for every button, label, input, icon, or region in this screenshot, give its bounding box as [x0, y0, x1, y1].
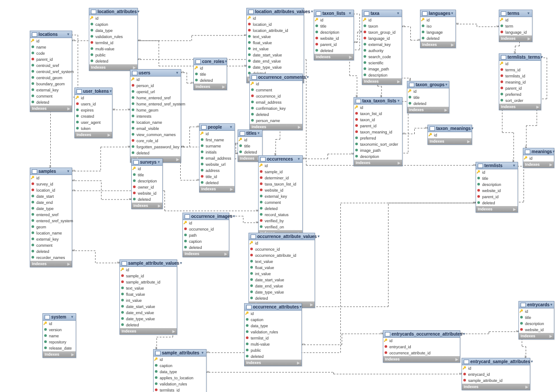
column-title-id[interactable]: title_id: [200, 174, 234, 180]
column-deleted[interactable]: deleted: [249, 295, 315, 301]
column-address[interactable]: address: [200, 168, 234, 174]
table-header[interactable]: taxon_groups▼: [407, 81, 449, 88]
column-search-code[interactable]: search_code: [362, 54, 402, 60]
column-determiner-id[interactable]: determiner_id: [259, 175, 302, 181]
column-deleted[interactable]: deleted: [245, 354, 301, 360]
column-location-attribute-id[interactable]: location_attribute_id: [247, 28, 304, 34]
expand-icon[interactable]: ▶: [172, 329, 175, 333]
column-survey-id[interactable]: survey_id: [30, 181, 72, 187]
column-entered-sref-system[interactable]: entered_sref_system: [30, 218, 72, 224]
column-date-start[interactable]: date_start: [30, 193, 72, 200]
collapse-icon[interactable]: ▼: [530, 360, 534, 364]
table-header[interactable]: users▼: [130, 70, 181, 77]
table-header[interactable]: taxa▼: [362, 10, 402, 17]
column-data-type[interactable]: data_type: [89, 28, 137, 34]
column-taxon-id[interactable]: taxon_id: [354, 117, 402, 123]
table-header[interactable]: termlists_terms▼: [499, 54, 541, 61]
column-website-id[interactable]: website_id: [132, 190, 162, 196]
table-user_tokens[interactable]: user_tokens▼idusers_idexpirescreateduser…: [74, 88, 112, 138]
table-surveys[interactable]: surveys▼idtitledescriptionowner_idwebsit…: [131, 158, 163, 209]
column-sample-id[interactable]: sample_id: [259, 169, 302, 175]
expand-icon[interactable]: ▶: [528, 37, 530, 41]
column-date-end-value[interactable]: date_end_value: [249, 283, 315, 289]
column-title[interactable]: title: [476, 175, 518, 182]
expand-icon[interactable]: ▶: [108, 133, 110, 137]
table-header[interactable]: taxon_meanings▼: [428, 125, 472, 132]
column-date-type[interactable]: date_type: [30, 206, 72, 212]
column-sample-attribute-id[interactable]: sample_attribute_id: [120, 279, 177, 285]
column-id[interactable]: id: [75, 95, 112, 101]
table-header[interactable]: user_tokens▼: [75, 88, 112, 95]
table-occurrence_attribute_values[interactable]: occurrence_attribute_values▼idoccurrence…: [248, 233, 315, 308]
collapse-icon[interactable]: ▼: [229, 125, 233, 129]
column-title[interactable]: title: [519, 315, 554, 321]
table-taxa_taxon_lists[interactable]: taxa_taxon_lists▼idtaxon_list_idtaxon_id…: [354, 97, 402, 166]
indexes-row[interactable]: Indexes▶: [519, 333, 554, 339]
table-occurrence_comments[interactable]: occurrence_comments▼idcommentoccurrence_…: [249, 74, 303, 130]
column-home-geom[interactable]: home_geom: [130, 107, 181, 113]
column-deleted[interactable]: deleted: [238, 149, 262, 155]
column-deleted[interactable]: deleted: [132, 196, 162, 203]
table-system[interactable]: system▼idversionnamerepositoryrelease_da…: [42, 313, 76, 358]
column-website-id[interactable]: website_id: [259, 187, 302, 193]
column-validation-rules[interactable]: validation_rules: [154, 381, 206, 387]
collapse-icon[interactable]: ▼: [310, 10, 314, 14]
expand-icon[interactable]: ▶: [224, 252, 227, 256]
table-header[interactable]: titles▼: [238, 130, 262, 137]
column-taxon-list-id[interactable]: taxon_list_id: [354, 111, 402, 117]
column-boundary-geom[interactable]: boundary_geom: [30, 81, 72, 87]
column-scientific[interactable]: scientific: [362, 60, 402, 66]
table-header[interactable]: samples▼: [30, 168, 72, 175]
table-termlists_terms[interactable]: termlists_terms▼idterms_idtermlists_idme…: [499, 53, 541, 110]
column-comment[interactable]: comment: [30, 242, 72, 248]
table-meanings[interactable]: meanings▼idIndexes▶: [523, 148, 554, 168]
column-date-start-value[interactable]: date_start_value: [247, 52, 304, 58]
column-id[interactable]: id: [132, 166, 162, 172]
column-description[interactable]: description: [354, 154, 402, 160]
column-float-value[interactable]: float_value: [247, 40, 304, 46]
column-id[interactable]: id: [362, 17, 402, 23]
collapse-icon[interactable]: ▼: [348, 11, 352, 15]
expand-icon[interactable]: ▶: [467, 140, 470, 144]
collapse-icon[interactable]: ▼: [552, 150, 556, 154]
collapse-icon[interactable]: ▼: [462, 332, 466, 336]
indexes-row[interactable]: Indexes▶: [30, 261, 72, 267]
column-deleted[interactable]: deleted: [30, 99, 72, 105]
column-authority[interactable]: authority: [362, 48, 402, 54]
column-date-end[interactable]: date_end: [30, 200, 72, 206]
collapse-icon[interactable]: ▼: [257, 131, 260, 135]
column-description[interactable]: description: [476, 182, 518, 188]
column-openid-url[interactable]: openid_url: [130, 89, 181, 95]
column-path[interactable]: path: [183, 232, 229, 238]
column-expires[interactable]: expires: [75, 107, 112, 113]
collapse-icon[interactable]: ▼: [471, 126, 474, 130]
collapse-icon[interactable]: ▼: [444, 83, 448, 87]
column-deleted[interactable]: deleted: [250, 112, 302, 118]
collapse-icon[interactable]: ▼: [450, 11, 454, 15]
column-deleted[interactable]: deleted: [476, 200, 518, 206]
column-id[interactable]: id: [89, 15, 137, 21]
column-location-name[interactable]: location_name: [130, 119, 181, 126]
collapse-icon[interactable]: ▼: [396, 11, 400, 15]
column-verified-on[interactable]: verified_on: [259, 224, 302, 230]
column-home-entered-sref-system[interactable]: home_entered_sref_system: [130, 101, 181, 107]
column-description[interactable]: description: [362, 72, 402, 78]
table-header[interactable]: occurrence_attributes▼: [245, 304, 301, 311]
column-location-id[interactable]: location_id: [247, 21, 304, 28]
column-id[interactable]: id: [462, 365, 530, 371]
indexes-row[interactable]: Indexes▶: [354, 160, 402, 166]
indexes-row[interactable]: Indexes▶: [30, 105, 72, 112]
indexes-row[interactable]: Indexes▶: [43, 351, 76, 357]
table-header[interactable]: location_attributes_values▼: [247, 8, 304, 15]
table-header[interactable]: locations▼: [30, 31, 72, 38]
column-text-value[interactable]: text_value: [120, 285, 177, 291]
column-id[interactable]: id: [154, 357, 206, 363]
column-code[interactable]: code: [30, 50, 72, 56]
column-id[interactable]: id: [245, 311, 301, 317]
table-languages[interactable]: languages▼idisolanguagedeletedIndexes▶: [420, 10, 456, 48]
column-taxon[interactable]: taxon: [362, 23, 402, 29]
table-header[interactable]: entrycard_sample_attributes▼: [462, 358, 530, 365]
column-record-status[interactable]: record_status: [259, 212, 302, 218]
table-entrycards[interactable]: entrycards▼idtitledescriptionwebsite_idI…: [518, 301, 554, 340]
column-title[interactable]: title: [314, 23, 354, 29]
